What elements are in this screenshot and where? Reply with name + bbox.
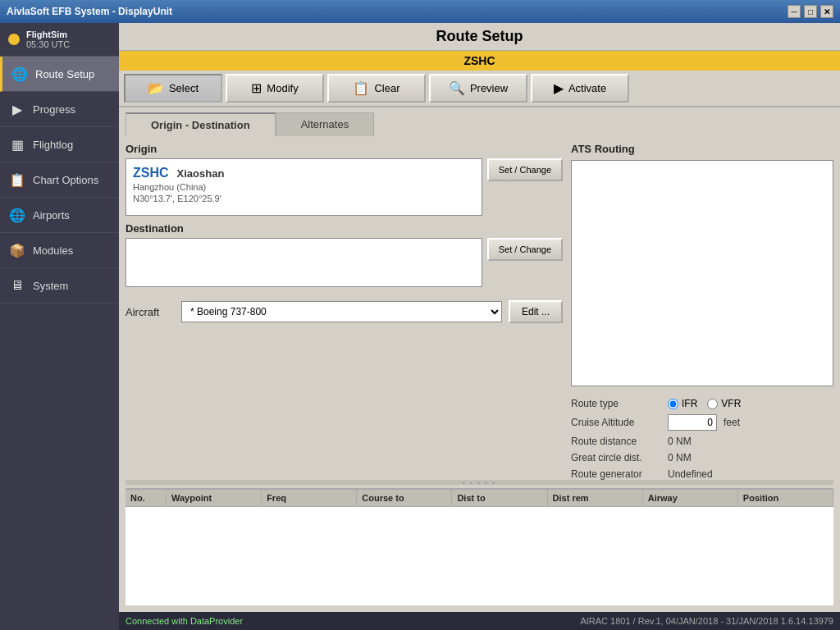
status-right: AIRAC 1801 / Rev.1, 04/JAN/2018 - 31/JAN… [580, 616, 833, 626]
zshc-banner: ZSHC [119, 51, 840, 71]
sidebar-app-name: FlightSim [26, 30, 70, 39]
airports-icon: 🌐 [8, 206, 26, 224]
sidebar-item-modules[interactable]: 📦 Modules [0, 233, 119, 268]
route-generator-label: Route generator [571, 468, 661, 480]
origin-set-change-button[interactable]: Set / Change [487, 158, 563, 181]
banner-text: ZSHC [463, 54, 495, 67]
feet-label: feet [724, 417, 740, 428]
sidebar-header: FlightSim 05:30 UTC [0, 23, 119, 57]
sidebar: FlightSim 05:30 UTC 🌐 Route Setup ▶ Prog… [0, 23, 119, 630]
great-circle-value: 0 NM [668, 452, 692, 463]
aircraft-label: Aircraft [126, 306, 175, 318]
ifr-radio[interactable] [668, 399, 678, 409]
origin-coords: N30°13.7', E120°25.9' [133, 194, 475, 203]
toolbar: 📂 Select ⊞ Modify 📋 Clear 🔍 Preview ▶ Ac… [119, 71, 840, 107]
maximize-button[interactable]: □ [804, 5, 817, 18]
cruise-altitude-input[interactable] [668, 414, 717, 431]
table-header: No. Waypoint Freq Course to Dist to Dist… [126, 490, 833, 507]
tab-alternates[interactable]: Alternates [276, 112, 375, 136]
aircraft-edit-button[interactable]: Edit ... [509, 300, 563, 323]
clear-icon: 📋 [353, 80, 369, 96]
sidebar-item-label: Progress [33, 103, 75, 116]
clear-button[interactable]: 📋 Clear [327, 74, 426, 103]
activate-label: Activate [568, 82, 606, 94]
route-distance-value: 0 NM [668, 436, 692, 447]
route-type-label: Route type [571, 398, 661, 409]
tab-od-label: Origin - Destination [151, 119, 250, 131]
main-container: FlightSim 05:30 UTC 🌐 Route Setup ▶ Prog… [0, 23, 840, 630]
route-distance-row: Route distance 0 NM [571, 436, 833, 447]
origin-code: ZSHC [133, 166, 169, 180]
origin-box: ZSHC Xiaoshan Hangzhou (China) N30°13.7'… [126, 158, 482, 216]
modify-button[interactable]: ⊞ Modify [226, 74, 324, 103]
col-freq: Freq [262, 490, 357, 506]
origin-name: Xiaoshan [177, 167, 225, 180]
window-controls: ─ □ ✕ [788, 5, 833, 18]
destination-section: Destination Set / Change [126, 222, 563, 287]
activate-button[interactable]: ▶ Activate [531, 74, 629, 103]
modules-icon: 📦 [8, 241, 26, 259]
vfr-label: VFR [721, 398, 741, 409]
aircraft-select[interactable]: * Boeing 737-800 [181, 301, 502, 322]
status-left: Connected with DataProvider [126, 616, 243, 626]
minimize-button[interactable]: ─ [788, 5, 801, 18]
system-icon: 🖥 [8, 276, 26, 294]
ifr-label: IFR [682, 398, 697, 409]
aircraft-row: Aircraft * Boeing 737-800 Edit ... [126, 300, 563, 323]
sidebar-app-info: FlightSim 05:30 UTC [26, 30, 70, 49]
col-no: No. [126, 490, 167, 506]
title-bar: AivlaSoft EFB System - DisplayUnit ─ □ ✕ [0, 0, 840, 23]
origin-row: ZSHC Xiaoshan Hangzhou (China) N30°13.7'… [126, 158, 563, 216]
sidebar-item-label: Modules [33, 244, 73, 257]
tab-origin-destination[interactable]: Origin - Destination [126, 112, 276, 136]
preview-button[interactable]: 🔍 Preview [429, 74, 527, 103]
route-info: Route type IFR VFR [571, 398, 833, 480]
great-circle-row: Great circle dist. 0 NM [571, 452, 833, 463]
great-circle-label: Great circle dist. [571, 452, 661, 463]
left-panel: Origin ZSHC Xiaoshan Hangzhou (China) N3… [126, 143, 563, 480]
cruise-altitude-row: Cruise Altitude feet [571, 414, 833, 431]
chart-options-icon: 📋 [8, 171, 26, 189]
vfr-radio[interactable] [707, 399, 718, 409]
origin-label: Origin [126, 143, 563, 155]
select-button[interactable]: 📂 Select [124, 74, 222, 103]
sidebar-item-airports[interactable]: 🌐 Airports [0, 198, 119, 233]
sidebar-item-label: System [33, 280, 68, 292]
ifr-radio-label[interactable]: IFR [668, 398, 697, 409]
page-title: Route Setup [436, 28, 523, 44]
sidebar-item-route-setup[interactable]: 🌐 Route Setup [0, 57, 119, 92]
origin-set-change-label: Set / Change [499, 165, 551, 175]
status-dot [8, 34, 20, 45]
clear-label: Clear [374, 82, 399, 94]
preview-label: Preview [470, 82, 508, 94]
route-type-row: Route type IFR VFR [571, 398, 833, 409]
destination-label: Destination [126, 222, 563, 235]
route-generator-row: Route generator Undefined [571, 468, 833, 480]
col-course-to: Course to [357, 490, 452, 506]
destination-box [126, 238, 482, 287]
aircraft-edit-label: Edit ... [522, 306, 550, 317]
sidebar-item-chart-options[interactable]: 📋 Chart Options [0, 162, 119, 198]
divider-handle[interactable]: • • • • • [126, 480, 833, 485]
bottom-table-area: No. Waypoint Freq Course to Dist to Dist… [126, 488, 833, 605]
sidebar-time: 05:30 UTC [26, 39, 70, 49]
sidebar-item-system[interactable]: 🖥 System [0, 268, 119, 304]
select-icon: 📂 [148, 80, 164, 96]
ats-routing-textarea[interactable] [571, 160, 833, 386]
vfr-radio-label[interactable]: VFR [707, 398, 741, 409]
panel-body: Origin ZSHC Xiaoshan Hangzhou (China) N3… [126, 143, 833, 480]
table-body [126, 507, 833, 605]
flightlog-icon: ▦ [8, 135, 26, 153]
close-button[interactable]: ✕ [820, 5, 833, 18]
destination-set-change-button[interactable]: Set / Change [487, 238, 563, 261]
col-dist-to: Dist to [452, 490, 547, 506]
sidebar-item-label: Airports [33, 209, 70, 221]
window-title: AivlaSoft EFB System - DisplayUnit [7, 6, 172, 17]
col-dist-rem: Dist rem [548, 490, 643, 506]
sidebar-item-flightlog[interactable]: ▦ Flightlog [0, 127, 119, 162]
activate-icon: ▶ [554, 80, 564, 96]
tab-area: Origin - Destination Alternates [119, 107, 840, 136]
route-setup-icon: 🌐 [11, 65, 29, 83]
sidebar-item-progress[interactable]: ▶ Progress [0, 92, 119, 127]
app-header: Route Setup [119, 23, 840, 51]
